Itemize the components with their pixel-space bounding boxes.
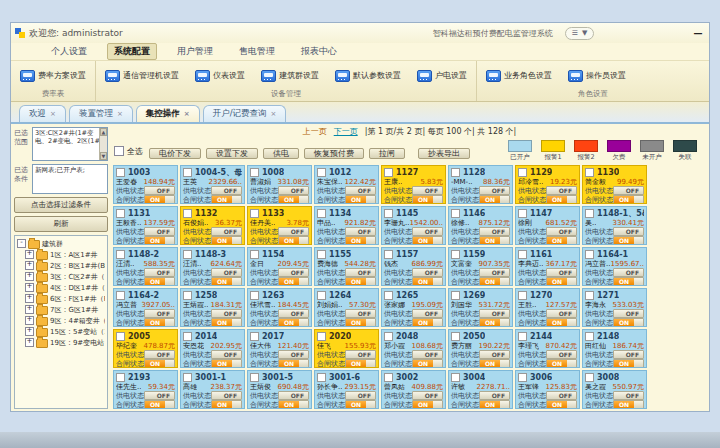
switch-toggle[interactable]: ON [144, 236, 175, 245]
scroll-up-icon[interactable]: ▲ [100, 128, 107, 136]
switch-toggle[interactable]: ON [613, 400, 644, 409]
ribbon-button[interactable]: 默认参数设置 [332, 68, 404, 84]
power-toggle[interactable]: OFF [479, 186, 510, 195]
card-checkbox[interactable] [384, 373, 393, 382]
card-checkbox[interactable] [317, 168, 326, 177]
switch-toggle[interactable]: ON [345, 318, 376, 327]
power-toggle[interactable]: OFF [613, 268, 644, 277]
meter-card[interactable]: 2014 安恩花 202.95元 供电状态 OFF 合闸状态 ON [180, 329, 245, 368]
tab[interactable]: 欢迎 × [19, 105, 66, 122]
card-checkbox[interactable] [317, 332, 326, 341]
card-checkbox[interactable] [585, 373, 594, 382]
meter-card[interactable]: 1130 简金毅 99.49元 供电状态 OFF 合闸状态 ON [582, 165, 647, 204]
menu-item[interactable]: 售电管理 [233, 44, 281, 59]
meter-card[interactable]: 1004-5、母一 王英 2329.66.. 供电状态 OFF 合闸状态 ON [180, 165, 245, 204]
switch-toggle[interactable]: ON [412, 195, 443, 204]
power-toggle[interactable]: OFF [278, 391, 309, 400]
meter-card[interactable]: 1148-3 汪清.. 624.64元 供电状态 OFF 合闸状态 ON [180, 247, 245, 286]
toolbar-button[interactable]: 设置下发 [206, 148, 258, 159]
tab-close-icon[interactable]: × [117, 110, 123, 118]
power-toggle[interactable]: OFF [345, 309, 376, 318]
card-checkbox[interactable] [250, 250, 259, 259]
power-toggle[interactable]: OFF [144, 309, 175, 318]
switch-toggle[interactable]: ON [613, 318, 644, 327]
ribbon-button[interactable]: 费率方案设置 [17, 68, 89, 84]
tab[interactable]: 装置管理 × [69, 105, 133, 122]
ribbon-button[interactable]: 仪表设置 [192, 68, 248, 84]
switch-toggle[interactable]: ON [479, 236, 510, 245]
power-toggle[interactable]: OFF [345, 268, 376, 277]
power-toggle[interactable]: OFF [613, 391, 644, 400]
minimize-button[interactable]: — [691, 28, 705, 38]
tree-item[interactable]: + 6区：F区1#井（F区 [17, 293, 105, 304]
tree-item[interactable]: + 7区：G区1#井 [17, 304, 105, 315]
card-checkbox[interactable] [250, 168, 259, 177]
switch-toggle[interactable]: ON [345, 236, 376, 245]
switch-toggle[interactable]: ON [613, 359, 644, 368]
card-checkbox[interactable] [116, 373, 125, 382]
card-checkbox[interactable] [585, 291, 594, 300]
expander-icon[interactable]: + [25, 272, 34, 281]
tree-item[interactable]: + 9区：4#箱变井（4# [17, 315, 105, 326]
power-toggle[interactable]: OFF [412, 186, 443, 195]
meter-card[interactable]: 1128 -MM-.. 88.36元 供电状态 OFF 合闸状态 ON [448, 165, 513, 204]
card-checkbox[interactable] [250, 291, 259, 300]
toolbar-button[interactable]: 拉闸 [369, 148, 405, 159]
expander-icon[interactable]: + [25, 250, 34, 259]
tree-item[interactable]: + 1区：A区1#井 [17, 249, 105, 260]
card-checkbox[interactable] [116, 332, 125, 341]
card-checkbox[interactable] [116, 250, 125, 259]
switch-toggle[interactable]: ON [412, 277, 443, 286]
meter-card[interactable]: 3004 许敏 2278.71.. 供电状态 OFF 合闸状态 ON [448, 370, 513, 409]
switch-toggle[interactable]: ON [345, 400, 376, 409]
expander-icon[interactable]: + [25, 338, 34, 347]
toolbar-button[interactable]: 抄表导出 [418, 148, 470, 159]
meter-card[interactable]: 1008 曹淑娟 331.08元 供电状态 OFF 合闸状态 ON [247, 165, 312, 204]
card-checkbox[interactable] [250, 209, 259, 218]
next-page-link[interactable]: 下一页 [334, 126, 358, 137]
meter-card[interactable]: 2050 费方丽 190.22元 供电状态 OFF 合闸状态 ON [448, 329, 513, 368]
power-toggle[interactable]: OFF [479, 350, 510, 359]
meter-card[interactable]: 2144 李瑾飞 870.42元 供电状态 OFF 合闸状态 ON [515, 329, 580, 368]
switch-toggle[interactable]: ON [546, 359, 577, 368]
card-checkbox[interactable] [183, 373, 192, 382]
meter-card[interactable]: 3001-6 孙长争.. 293.15元 供电状态 OFF 合闸状态 ON [314, 370, 379, 409]
meter-card[interactable]: 2048 郑小霞 108.68元 供电状态 OFF 合闸状态 ON [381, 329, 446, 368]
power-toggle[interactable]: OFF [412, 391, 443, 400]
card-checkbox[interactable] [384, 209, 393, 218]
switch-toggle[interactable]: ON [546, 277, 577, 286]
meter-card[interactable]: 1155 费海德 544.28元 供电状态 OFF 合闸状态 ON [314, 247, 379, 286]
power-toggle[interactable]: OFF [278, 350, 309, 359]
switch-toggle[interactable]: ON [479, 195, 510, 204]
power-toggle[interactable]: OFF [546, 227, 577, 236]
menu-item[interactable]: 系统配置 [107, 43, 157, 60]
power-toggle[interactable]: OFF [278, 227, 309, 236]
card-checkbox[interactable] [518, 209, 527, 218]
meter-card[interactable]: 2148 田红仙 186.74元 供电状态 OFF 合闸状态 ON [582, 329, 647, 368]
card-checkbox[interactable] [183, 291, 192, 300]
card-checkbox[interactable] [250, 373, 259, 382]
power-toggle[interactable]: OFF [211, 391, 242, 400]
meter-card[interactable]: 3001-5 王炳俊 690.48元 供电状态 OFF 合闸状态 ON [247, 370, 312, 409]
power-toggle[interactable]: OFF [546, 309, 577, 318]
meter-card[interactable]: 1146 徐修.. 875.12元 供电状态 OFF 合闸状态 ON [448, 206, 513, 245]
power-toggle[interactable]: OFF [144, 227, 175, 236]
meter-card[interactable]: 1132 石俊娟.. 36.37元 供电状态 OFF 合闸状态 ON [180, 206, 245, 245]
tab[interactable]: 集控操作 × [136, 105, 200, 122]
power-toggle[interactable]: OFF [479, 391, 510, 400]
meter-card[interactable]: 1148-2 汪清.. 588.35元 供电状态 OFF 合闸状态 ON [113, 247, 178, 286]
scroll-down-icon[interactable]: ▼ [100, 152, 107, 160]
meter-card[interactable]: 3006 王军锋 125.83元 供电状态 OFF 合闸状态 ON [515, 370, 580, 409]
meter-card[interactable]: 1164-1 冯立普.. 1595.67.. 供电状态 OFF 合闸状态 ON [582, 247, 647, 286]
power-toggle[interactable]: OFF [211, 309, 242, 318]
meter-card[interactable]: 1157 钱杰 686.99元 供电状态 OFF 合闸状态 ON [381, 247, 446, 286]
power-toggle[interactable]: OFF [144, 350, 175, 359]
power-toggle[interactable]: OFF [144, 391, 175, 400]
meter-card[interactable]: 1258 王炳霞.. 184.31元 供电状态 OFF 合闸状态 ON [180, 288, 245, 327]
expander-icon[interactable]: + [25, 283, 34, 292]
switch-toggle[interactable]: ON [546, 195, 577, 204]
switch-toggle[interactable]: ON [278, 359, 309, 368]
card-checkbox[interactable] [585, 209, 594, 218]
card-checkbox[interactable] [317, 373, 326, 382]
power-toggle[interactable]: OFF [278, 309, 309, 318]
